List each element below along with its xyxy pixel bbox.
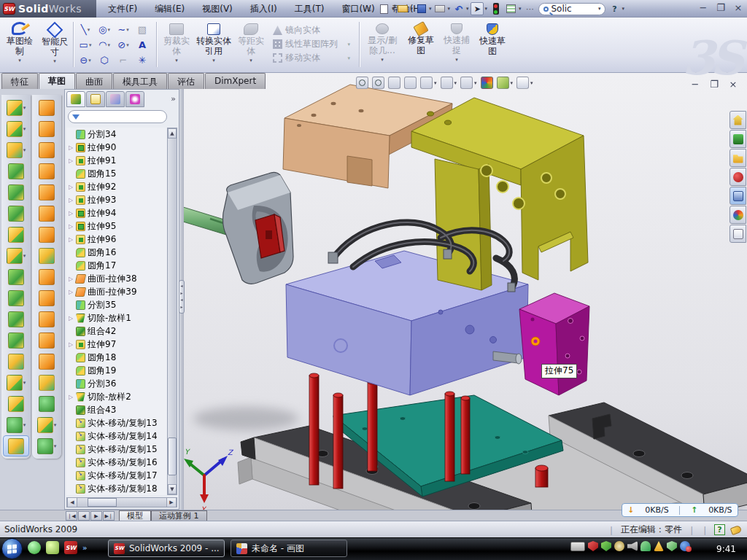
tree-item[interactable]: 圆角19 (66, 364, 167, 377)
swept-boss-icon[interactable] (8, 163, 24, 179)
tree-item[interactable]: ▷曲面-拉伸38 (66, 272, 167, 285)
quick-launch-overflow-icon[interactable]: » (82, 544, 87, 552)
surface-trim-icon[interactable] (39, 142, 55, 158)
prev-tab-button[interactable]: ◀ (78, 511, 90, 521)
menu-item[interactable]: 编辑(E) (146, 0, 193, 18)
tree-item[interactable]: ▷拉伸95 (66, 219, 167, 233)
tree-item[interactable]: 实体-移动/复制17 (66, 469, 167, 482)
doc-minimize-button[interactable]: − (689, 79, 701, 90)
lofted-boss-icon[interactable] (8, 184, 24, 201)
apply-scene-icon[interactable] (497, 77, 509, 89)
configuration-manager-tab[interactable] (106, 91, 125, 107)
extruded-boss-icon[interactable] (7, 100, 23, 116)
volume-tray-icon[interactable] (627, 541, 638, 551)
zoom-area-icon[interactable] (372, 77, 384, 89)
clamp-block[interactable] (223, 172, 294, 284)
solidworks-launcher-icon[interactable]: SW (64, 541, 77, 554)
undo-icon[interactable]: ↶ (452, 2, 465, 15)
tree-item[interactable]: 实体-移动/复制14 (66, 429, 167, 443)
new-document-icon[interactable] (378, 2, 391, 15)
expand-arrow-icon[interactable]: ▷ (68, 394, 74, 400)
expand-arrow-icon[interactable]: ▷ (68, 197, 74, 203)
side-block[interactable] (519, 293, 589, 395)
tree-item[interactable]: 实体-移动/复制13 (66, 416, 167, 429)
tree-item[interactable]: 圆角17 (66, 259, 167, 272)
status-tag-icon[interactable] (730, 524, 743, 534)
tree-vscroll-thumb[interactable] (168, 438, 177, 475)
tree-item[interactable]: ▷切除-放样1 (66, 311, 167, 324)
tree-item[interactable]: 实体-移动/复制15 (66, 443, 167, 456)
tree-item[interactable]: 圆角15 (66, 167, 167, 180)
point-tool-icon[interactable]: ✳ (133, 52, 152, 68)
first-tab-button[interactable]: ❘◀ (66, 511, 77, 521)
repair-sketch-button[interactable]: 修复草图 (404, 20, 438, 69)
delete-face-icon[interactable] (39, 311, 55, 327)
line-tool-icon[interactable]: ╲▾ (76, 22, 95, 37)
tree-item[interactable]: 圆角16 (66, 246, 167, 259)
tab-特征[interactable]: 特征 (1, 73, 38, 89)
expand-arrow-icon[interactable]: ▷ (68, 210, 74, 217)
rebuild-icon[interactable] (489, 2, 503, 15)
help-icon[interactable]: ? (608, 2, 621, 15)
move-entities-button[interactable]: 移动实体▾ (273, 51, 353, 65)
tree-item[interactable]: ▷拉伸96 (66, 233, 167, 246)
spiral-curve-icon[interactable] (37, 438, 53, 454)
tree-item[interactable]: 分割34 (66, 128, 167, 141)
trim-entities-button[interactable]: 剪裁实体▾ (160, 20, 193, 69)
rapid-sketch-button[interactable]: 快速草图 (476, 20, 509, 69)
menu-item[interactable]: 工具(T) (286, 0, 333, 18)
tab-评估[interactable]: 评估 (168, 73, 204, 89)
next-tab-button[interactable]: ▶ (90, 511, 102, 521)
security-shield-tray-icon[interactable] (601, 541, 611, 551)
polygon-tool-icon[interactable]: ⬡ (95, 52, 114, 68)
doc-close-button[interactable]: × (727, 79, 739, 90)
pin-toolbar-icon[interactable]: ➴ (363, 2, 376, 15)
search-box[interactable]: Solic ▾ (538, 3, 605, 15)
media-app-icon[interactable] (46, 541, 59, 554)
start-button[interactable] (1, 538, 23, 559)
certificate-tray-icon[interactable] (614, 541, 624, 551)
tree-item[interactable]: ▷拉伸94 (66, 206, 167, 219)
view-palette-tab[interactable] (729, 187, 746, 205)
expand-arrow-icon[interactable]: ▷ (68, 289, 74, 295)
tab-草图[interactable]: 草图 (39, 73, 75, 89)
surface-sweep-icon[interactable] (39, 100, 55, 116)
tab-DimXpert[interactable]: DimXpert (205, 73, 266, 89)
display-style-icon[interactable] (441, 77, 453, 89)
network-speed-widget[interactable]: ↓ 0KB/S ↑ 0KB/S (622, 503, 738, 517)
measure-tool-button[interactable] (3, 435, 29, 456)
home-tab[interactable] (729, 111, 746, 129)
tree-item[interactable]: ▷曲面-拉伸39 (66, 285, 167, 298)
property-manager-tab[interactable] (86, 91, 105, 107)
circle-tool-icon[interactable]: ◎▾ (95, 22, 114, 37)
linear-pattern-button[interactable]: 线性草图阵列▾ (273, 37, 353, 51)
quick-snaps-button[interactable]: 快速捕捉▾ (441, 20, 473, 69)
app-close-button[interactable]: × (732, 2, 744, 13)
fillet-icon[interactable] (7, 142, 23, 158)
tree-hscroll-thumb[interactable] (88, 498, 117, 507)
doc-restore-button[interactable]: ❐ (708, 79, 720, 90)
tree-filter-input[interactable] (68, 110, 167, 123)
tree-item[interactable]: ▷切除-放样2 (66, 390, 167, 403)
custom-properties-tab[interactable] (729, 225, 746, 243)
panel-splitter-grip[interactable]: ◂▸◂▸ (179, 280, 185, 314)
selection-box-icon[interactable]: ▧ (133, 22, 152, 37)
mirror-feature-icon[interactable] (8, 332, 24, 349)
slot-tool-icon[interactable]: ⊖▾ (76, 52, 95, 68)
menu-item[interactable]: 文件(F) (99, 0, 146, 18)
rotate-view-icon[interactable] (388, 77, 400, 89)
expand-arrow-icon[interactable]: ▷ (68, 223, 74, 230)
status-help-icon[interactable]: ? (714, 524, 725, 535)
view-settings-icon[interactable] (516, 77, 529, 89)
surface-curve-icon[interactable] (39, 290, 55, 306)
print-icon[interactable] (433, 2, 446, 15)
tree-item[interactable]: ▷拉伸92 (66, 180, 167, 193)
antivirus-tray-icon[interactable] (588, 541, 598, 551)
linear-pattern-icon[interactable] (7, 248, 23, 264)
thicken-icon[interactable] (39, 396, 55, 412)
tree-vertical-scrollbar[interactable]: ▲ ▼ (167, 128, 177, 495)
warning-tray-icon[interactable] (654, 541, 664, 551)
menu-item[interactable]: 视图(V) (193, 0, 241, 18)
resources-tab[interactable] (729, 130, 746, 148)
replace-face-icon[interactable] (39, 332, 55, 349)
